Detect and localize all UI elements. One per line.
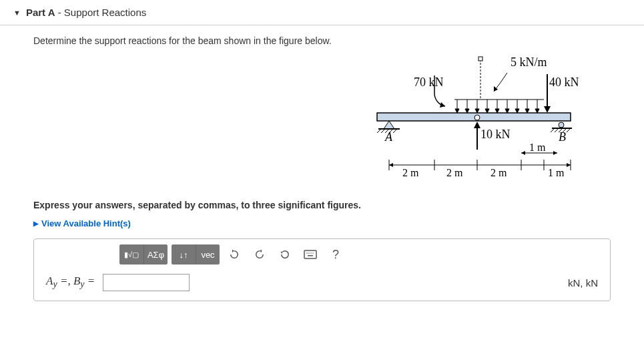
svg-marker-29 [495,109,499,113]
reset-icon [279,248,291,261]
prompt-text: Determine the support reactions for the … [33,35,611,46]
svg-point-74 [312,252,314,254]
units-label: kN, kN [568,277,598,289]
svg-rect-75 [308,255,313,256]
svg-point-72 [308,252,310,254]
svg-marker-46 [474,122,480,128]
svg-marker-62 [567,163,571,167]
svg-point-71 [306,252,308,254]
express-instruction: Express your answers, separated by comma… [33,200,611,210]
redo-icon [254,248,266,261]
svg-text:1 m: 1 m [529,142,546,153]
redo-button[interactable] [249,244,270,265]
equation-toolbar: ▮√▢ ΑΣφ ↓↑ vec ? [119,244,605,265]
svg-marker-52 [553,151,557,155]
svg-rect-41 [478,57,482,61]
svg-text:1 m: 1 m [548,167,565,178]
svg-marker-67 [232,250,234,253]
svg-point-8 [559,122,564,128]
undo-icon [228,248,240,261]
help-button[interactable]: ? [325,244,346,265]
subsup-button[interactable]: ↓↑ [172,244,196,265]
svg-marker-18 [440,102,445,108]
beam-figure: 70 kN [364,53,591,186]
svg-marker-68 [260,250,262,253]
vec-button[interactable]: vec [196,244,220,265]
svg-marker-69 [280,252,282,254]
svg-text:40 kN: 40 kN [549,75,579,89]
svg-marker-61 [389,163,393,167]
variable-label: Ay =, By = [46,275,95,290]
svg-marker-21 [455,109,459,113]
answer-box: ▮√▢ ΑΣφ ↓↑ vec ? Ay =, By = [33,238,611,301]
svg-marker-51 [521,151,525,155]
triangle-right-icon: ▶ [33,220,39,227]
collapse-icon[interactable]: ▼ [13,9,21,17]
svg-point-73 [310,252,312,254]
svg-text:2 m: 2 m [446,167,463,178]
keyboard-icon [304,250,317,259]
svg-point-15 [474,115,480,120]
svg-marker-33 [515,109,519,113]
answer-input[interactable] [103,274,190,291]
svg-text:B: B [559,130,566,144]
hints-label: View Available Hint(s) [41,218,131,228]
svg-marker-37 [535,109,539,113]
greek-button[interactable]: ΑΣφ [143,244,168,265]
svg-text:70 kN: 70 kN [414,75,444,89]
section-header: ▼ Part A - Support Reactions [0,0,644,25]
svg-text:2 m: 2 m [402,167,419,178]
svg-text:2 m: 2 m [491,167,507,178]
reset-button[interactable] [274,244,296,265]
svg-text:A: A [384,130,393,144]
svg-text:10 kN: 10 kN [480,128,511,141]
svg-rect-0 [377,113,571,121]
svg-rect-70 [304,250,316,258]
svg-marker-31 [505,109,509,113]
svg-marker-35 [525,109,529,113]
templates-button[interactable]: ▮√▢ [119,244,143,265]
svg-marker-1 [384,121,394,129]
keyboard-button[interactable] [300,244,321,265]
undo-button[interactable] [224,244,245,265]
answer-row: Ay =, By = kN, kN [39,271,605,295]
svg-text:5 kN/m: 5 kN/m [511,55,547,69]
view-hints-link[interactable]: ▶ View Available Hint(s) [33,218,131,228]
svg-marker-27 [485,109,489,113]
svg-marker-25 [475,109,479,113]
part-label: Part A - Support Reactions [26,7,146,18]
svg-marker-44 [544,106,551,113]
svg-marker-23 [465,109,469,113]
